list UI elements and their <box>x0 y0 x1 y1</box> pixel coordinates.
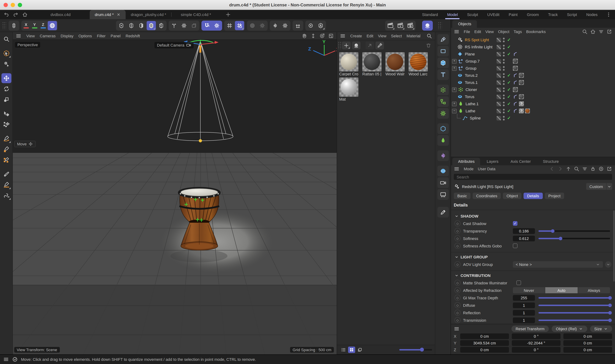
enabled-check[interactable]: ✓ <box>506 52 511 56</box>
rectangle-spline-button[interactable] <box>437 46 449 56</box>
viewport-menu-redshift[interactable]: Redshift <box>126 34 140 38</box>
material-menu-material[interactable]: Material <box>407 34 420 38</box>
transmission-value[interactable]: 1 <box>513 317 535 323</box>
material-item[interactable]: Rattan 05 | <box>362 52 384 76</box>
history-back-icon[interactable] <box>549 166 555 172</box>
attr-tab-details[interactable]: Details <box>523 193 543 199</box>
spline-pen-button[interactable] <box>437 34 449 45</box>
visibility-dots[interactable] <box>503 87 505 92</box>
cast-shadow-checkbox[interactable] <box>513 221 518 226</box>
material-tag[interactable] <box>513 87 518 92</box>
tab-axis-center[interactable]: Axis Center <box>505 158 536 165</box>
object-row-torus2[interactable]: Torus.2 ✓ <box>451 72 615 79</box>
contribution-section-header[interactable]: CONTRIBUTION <box>454 273 612 278</box>
viewport-menu-view[interactable]: View <box>26 34 35 38</box>
platonic-button[interactable] <box>437 123 449 134</box>
attributes-filter-icon[interactable] <box>582 166 588 172</box>
floor-plane[interactable] <box>13 153 337 285</box>
layout-nodes[interactable]: Nodes <box>582 10 602 19</box>
dolly-view-icon[interactable] <box>310 33 316 39</box>
visibility-dots[interactable] <box>503 66 505 71</box>
material-menu-icon[interactable] <box>340 33 346 39</box>
new-material-button[interactable] <box>342 42 351 49</box>
softness-value[interactable]: 0.612 <box>513 235 535 241</box>
auto-mode-button[interactable] <box>316 21 325 30</box>
material-drag-handle[interactable] <box>338 42 342 49</box>
material-menu-select[interactable]: Select <box>391 34 402 38</box>
layout-paint[interactable]: Paint <box>504 10 522 19</box>
move-tool[interactable] <box>1 73 11 83</box>
expand-toggle[interactable]: + <box>452 66 457 71</box>
matte-shadow-checkbox[interactable] <box>516 280 521 285</box>
visibility-dots[interactable] <box>503 38 505 42</box>
objects-menu-tags[interactable]: Tags <box>514 29 522 34</box>
enabled-check[interactable]: ✓ <box>506 87 511 92</box>
tweak-settings-tool[interactable] <box>1 59 11 69</box>
objects-menu-view[interactable]: View <box>485 29 494 34</box>
attributes-scrollbar[interactable] <box>613 210 615 282</box>
phong-tag[interactable] <box>513 101 518 106</box>
rot-x-field[interactable]: 0 ° <box>512 333 560 339</box>
layout-menu-icon[interactable] <box>606 12 612 17</box>
camera-object-button[interactable] <box>437 177 449 188</box>
material-menu-edit[interactable]: Edit <box>367 34 373 38</box>
pick-material-button[interactable] <box>375 42 384 49</box>
brush-tool[interactable] <box>1 169 11 179</box>
close-tab-icon[interactable] <box>117 13 121 17</box>
cloner-button[interactable] <box>437 85 449 95</box>
material-tag[interactable] <box>525 108 530 113</box>
softness-affects-gobo-checkbox[interactable] <box>513 244 518 248</box>
missing-texture-tag[interactable] <box>519 108 524 113</box>
enabled-check[interactable]: ✓ <box>506 73 511 78</box>
layout-model[interactable]: Model <box>443 10 463 19</box>
pos-y-field[interactable]: 3049.534 cm <box>460 340 509 346</box>
toolbar-drag-handle[interactable] <box>2 22 6 29</box>
viewport-menu-cameras[interactable]: Cameras <box>40 34 55 38</box>
object-row-group[interactable]: + Group <box>451 65 615 72</box>
transmission-slider[interactable] <box>538 319 610 321</box>
viewport-menu-options[interactable]: Options <box>79 34 92 38</box>
material-tag[interactable] <box>513 66 518 71</box>
enabled-check[interactable]: ✓ <box>506 94 511 99</box>
enabled-check[interactable]: ✓ <box>506 80 511 85</box>
polygons-mode-button[interactable] <box>137 21 146 30</box>
transform-mode-dropdown[interactable]: Object (Rel) <box>552 325 587 332</box>
lock-x-axis-button[interactable]: X <box>22 21 30 30</box>
visibility-dots[interactable] <box>503 116 505 120</box>
lock-icon[interactable] <box>590 166 596 172</box>
spline-smooth-tool[interactable] <box>1 191 11 200</box>
render-view-button[interactable] <box>386 21 395 30</box>
stage-object-button[interactable] <box>437 189 449 200</box>
close-window-button[interactable] <box>3 3 8 7</box>
scale-x-field[interactable]: 0 cm <box>563 333 612 339</box>
objects-menu-icon[interactable] <box>454 29 460 35</box>
status-menu-icon[interactable] <box>3 357 9 362</box>
attribute-search-input[interactable] <box>454 174 612 180</box>
viewport-menu-icon[interactable] <box>16 33 21 39</box>
light-group-section-header[interactable]: LIGHT GROUP <box>454 255 612 259</box>
phong-tag[interactable] <box>513 80 518 85</box>
reflection-value[interactable]: 1 <box>513 310 535 315</box>
phong-tag[interactable] <box>513 73 518 78</box>
material-grid-view-button[interactable] <box>348 347 355 353</box>
thumbnail-size-slider[interactable] <box>399 349 432 351</box>
lathe-generator-button[interactable] <box>437 135 449 146</box>
quantize-button[interactable] <box>225 21 234 30</box>
isolate-button[interactable] <box>306 21 315 30</box>
objects-home-icon[interactable] <box>590 29 596 35</box>
falloff-button[interactable] <box>248 21 257 30</box>
visibility-dots[interactable] <box>503 80 505 85</box>
scale-z-field[interactable]: 0 cm <box>563 347 612 353</box>
array-button[interactable] <box>437 96 449 107</box>
render-settings-button[interactable] <box>406 21 415 30</box>
enabled-check[interactable]: ✓ <box>506 44 511 49</box>
material-compact-view-button[interactable] <box>356 347 363 353</box>
viewport[interactable]: View Cameras Display Options Filter Pane… <box>13 32 337 354</box>
points-mode-button[interactable] <box>117 21 126 30</box>
toolbar-drag-handle-right[interactable] <box>438 22 442 29</box>
edges-mode-button[interactable] <box>127 21 136 30</box>
spline-pen-tool[interactable] <box>1 134 11 143</box>
aov-light-group-dropdown[interactable]: < None > <box>513 261 603 268</box>
home-icon[interactable] <box>22 12 28 17</box>
object-row-lathe1[interactable]: + Lathe.1 ✓ <box>451 100 615 107</box>
